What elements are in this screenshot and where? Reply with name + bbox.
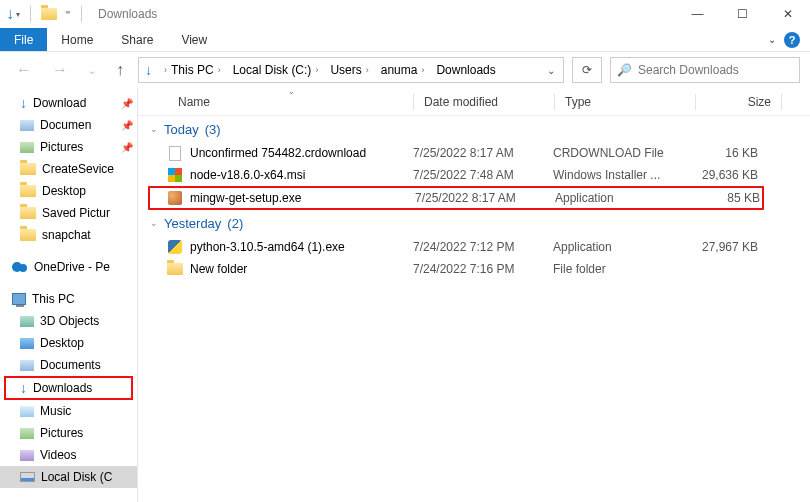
column-header-type[interactable]: Type: [565, 95, 695, 109]
desktop-icon: [20, 338, 34, 349]
pictures-icon: [20, 428, 34, 439]
file-type: File folder: [553, 262, 688, 276]
file-size: 85 KB: [690, 191, 760, 205]
sidebar-item[interactable]: ↓Downloads: [4, 376, 133, 400]
file-tab[interactable]: File: [0, 28, 47, 51]
file-row[interactable]: node-v18.6.0-x64.msi7/25/2022 7:48 AMWin…: [138, 164, 810, 186]
back-button[interactable]: ←: [10, 61, 38, 79]
breadcrumb-segment[interactable]: Users›: [326, 63, 376, 77]
maximize-button[interactable]: ☐: [720, 0, 765, 28]
sidebar-item-label: Videos: [40, 448, 76, 462]
sidebar-item[interactable]: Desktop: [0, 180, 137, 202]
file-name: mingw-get-setup.exe: [190, 191, 415, 205]
address-bar[interactable]: ↓ ›This PC› Local Disk (C:)› Users› anum…: [138, 57, 564, 83]
tab-view[interactable]: View: [167, 28, 221, 51]
sidebar-item[interactable]: Documen📌: [0, 114, 137, 136]
sidebar-item-label: OneDrive - Pe: [34, 260, 110, 274]
navigation-pane[interactable]: ↓Download📌Documen📌Pictures📌CreateSeviceD…: [0, 88, 138, 502]
pictures-icon: [20, 142, 34, 153]
sidebar-item[interactable]: ↓Download📌: [0, 92, 137, 114]
sidebar-item-label: Documen: [40, 118, 91, 132]
file-name: python-3.10.5-amd64 (1).exe: [190, 240, 413, 254]
installer-icon: [168, 168, 182, 182]
close-button[interactable]: ✕: [765, 0, 810, 28]
sidebar-item[interactable]: Videos: [0, 444, 137, 466]
breadcrumb-segment[interactable]: anuma›: [377, 63, 433, 77]
sidebar-item[interactable]: CreateSevice: [0, 158, 137, 180]
tab-share[interactable]: Share: [107, 28, 167, 51]
minimize-button[interactable]: —: [675, 0, 720, 28]
address-history-icon[interactable]: ⌄: [541, 65, 561, 76]
sidebar-item[interactable]: Pictures📌: [0, 136, 137, 158]
column-header-name[interactable]: Name: [178, 95, 413, 109]
app-icon[interactable]: ↓: [6, 5, 14, 23]
ribbon: File Home Share View ⌄ ?: [0, 28, 810, 52]
collapse-icon: ⌄: [150, 218, 158, 228]
qat-overflow-icon[interactable]: ⁼: [65, 8, 71, 21]
file-date: 7/24/2022 7:16 PM: [413, 262, 553, 276]
onedrive-icon: [12, 262, 28, 272]
sidebar-item[interactable]: Pictures: [0, 422, 137, 444]
sidebar-item-label: Music: [40, 404, 71, 418]
up-button[interactable]: ↑: [110, 61, 130, 79]
ribbon-expand-icon[interactable]: ⌄: [768, 34, 776, 45]
sidebar-item[interactable]: 3D Objects: [0, 310, 137, 332]
file-row[interactable]: New folder7/24/2022 7:16 PMFile folder: [138, 258, 810, 280]
group-header[interactable]: ⌄Today(3): [138, 116, 810, 142]
column-headers[interactable]: ⌄ Name Date modified Type Size: [138, 88, 810, 116]
sidebar-item-label: Pictures: [40, 140, 83, 154]
tab-home[interactable]: Home: [47, 28, 107, 51]
forward-button[interactable]: →: [46, 61, 74, 79]
folder-icon[interactable]: [41, 8, 57, 20]
group-label: Today: [164, 122, 199, 137]
application-icon: [168, 191, 182, 205]
file-icon: [169, 146, 181, 161]
sidebar-item[interactable]: Music: [0, 400, 137, 422]
file-list[interactable]: ⌄ Name Date modified Type Size ⌄Today(3)…: [138, 88, 810, 502]
sidebar-item-label: This PC: [32, 292, 75, 306]
refresh-button[interactable]: ⟳: [572, 57, 602, 83]
file-date: 7/24/2022 7:12 PM: [413, 240, 553, 254]
location-icon: ↓: [145, 62, 152, 78]
sidebar-item[interactable]: Local Disk (C: [0, 466, 137, 488]
videos-icon: [20, 450, 34, 461]
column-header-size[interactable]: Size: [706, 95, 781, 109]
navbar: ← → ⌄ ↑ ↓ ›This PC› Local Disk (C:)› Use…: [0, 52, 810, 88]
sidebar-item-this-pc[interactable]: This PC: [0, 288, 137, 310]
search-input[interactable]: 🔍 Search Downloads: [610, 57, 800, 83]
titlebar: ↓ ▾ ⁼ Downloads — ☐ ✕: [0, 0, 810, 28]
sidebar-item-onedrive[interactable]: OneDrive - Pe: [0, 256, 137, 278]
file-date: 7/25/2022 7:48 AM: [413, 168, 553, 182]
group-count: (3): [205, 122, 221, 137]
pin-icon: 📌: [121, 142, 133, 153]
column-header-date[interactable]: Date modified: [424, 95, 554, 109]
music-icon: [20, 406, 34, 417]
file-type: CRDOWNLOAD File: [553, 146, 688, 160]
search-icon: 🔍: [617, 63, 632, 77]
sidebar-item-label: Desktop: [40, 336, 84, 350]
file-row[interactable]: Unconfirmed 754482.crdownload7/25/2022 8…: [138, 142, 810, 164]
documents-icon: [20, 360, 34, 371]
recent-locations-icon[interactable]: ⌄: [82, 65, 102, 76]
file-type: Application: [555, 191, 690, 205]
qat-dropdown-icon[interactable]: ▾: [16, 10, 20, 19]
folder-icon: [20, 163, 36, 175]
sidebar-item[interactable]: snapchat: [0, 224, 137, 246]
help-icon[interactable]: ?: [784, 32, 800, 48]
sidebar-item[interactable]: Saved Pictur: [0, 202, 137, 224]
file-row[interactable]: python-3.10.5-amd64 (1).exe7/24/2022 7:1…: [138, 236, 810, 258]
breadcrumb-segment[interactable]: Local Disk (C:)›: [229, 63, 327, 77]
folder-icon: [20, 207, 36, 219]
sidebar-item[interactable]: Documents: [0, 354, 137, 376]
group-count: (2): [227, 216, 243, 231]
sidebar-item[interactable]: Desktop: [0, 332, 137, 354]
breadcrumb-segment[interactable]: Downloads: [432, 63, 499, 77]
file-type: Application: [553, 240, 688, 254]
file-row[interactable]: mingw-get-setup.exe7/25/2022 8:17 AMAppl…: [148, 186, 764, 210]
file-name: Unconfirmed 754482.crdownload: [190, 146, 413, 160]
breadcrumb-segment[interactable]: ›This PC›: [156, 63, 229, 77]
file-date: 7/25/2022 8:17 AM: [415, 191, 555, 205]
disk-icon: [20, 472, 35, 482]
group-header[interactable]: ⌄Yesterday(2): [138, 210, 810, 236]
folder-icon: [20, 229, 36, 241]
